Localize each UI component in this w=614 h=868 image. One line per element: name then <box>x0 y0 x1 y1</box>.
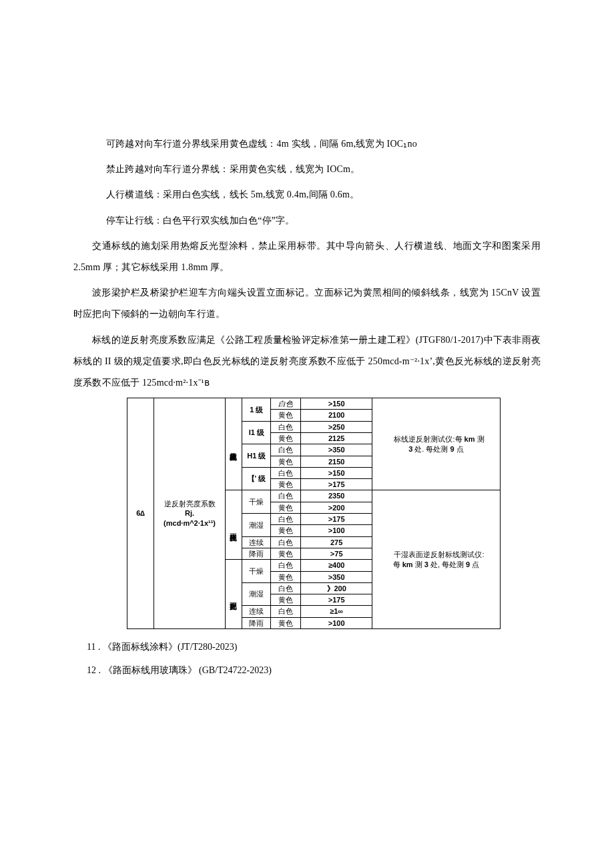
g2-v2: >200 <box>301 502 372 513</box>
g1-l1-v1: >150 <box>301 398 372 410</box>
g2-c4: 黄色 <box>271 525 301 536</box>
g3-c1: 白色 <box>271 560 301 571</box>
group1-title: 南反标及非夜光线 <box>225 398 242 490</box>
g3-v6: >100 <box>301 617 372 628</box>
g2-v1: 2350 <box>301 490 372 502</box>
row-index: 6∆ <box>127 398 154 629</box>
paragraph-7: 标线的逆反射亮度系数应满足《公路工程质量检验评定标准第一册土建工程》(JTGF8… <box>73 330 541 394</box>
g3-v3: 》200 <box>301 582 372 594</box>
g2-cond2: 潮湿 <box>242 514 271 537</box>
g1-l3-c2: 黄色 <box>271 456 301 467</box>
g2-c2: 黄色 <box>271 502 301 513</box>
level-2: I1 级 <box>242 421 271 444</box>
g2-cond1: 干燥 <box>242 490 271 514</box>
g2-v5: 275 <box>301 536 372 548</box>
g1-l3-v2: 2150 <box>301 456 372 467</box>
param-line2: Rj. <box>156 508 222 518</box>
g3-cond4: 降雨 <box>242 617 271 628</box>
g1-l2-v1: >250 <box>301 421 372 432</box>
g2-cond3: 连续 <box>242 536 271 548</box>
param-cell: 逆反射亮度系数 Rj. (mcd·m^2·1x¹¹) <box>154 398 225 629</box>
document-page: 可跨越对向车行道分界线采用黄色虚线：4m 实线，间隔 6m,线宽为 IOC₁no… <box>0 0 614 868</box>
g2-v4: >100 <box>301 525 372 536</box>
level-1: 1 级 <box>242 398 271 422</box>
g3-c6: 黄色 <box>271 617 301 628</box>
g1-l1-v2: 2100 <box>301 410 372 421</box>
g2-cond4: 降雨 <box>242 548 271 559</box>
note1: 标线逆反射测试仪:每 km 测3 处. 每处测 9 点 <box>372 398 500 490</box>
level-4: 【' 级 <box>242 467 271 490</box>
level-3: H1 级 <box>242 444 271 468</box>
g3-c5: 白色 <box>271 606 301 617</box>
g2-v3: >175 <box>301 514 372 525</box>
g3-v1: ≥400 <box>301 560 372 571</box>
g3-c4: 黄色 <box>271 594 301 606</box>
paragraph-4: 停车让行线：白色平行双实线加白色“停”字。 <box>73 210 541 232</box>
g1-l4-v1: >150 <box>301 467 372 478</box>
paragraph-6: 波形梁护栏及桥梁护栏迎车方向端头设置立面标记。立面标记为黄黑相间的倾斜线条，线宽… <box>73 282 541 325</box>
reference-11: 11 . 《路面标线涂料》(JT/T280-2023) <box>87 637 541 658</box>
g3-cond2: 潮湿 <box>242 582 271 606</box>
g1-l2-v2: 2125 <box>301 432 372 444</box>
g1-l1-c2: 黄色 <box>271 410 301 421</box>
g3-cond3: 连续 <box>242 606 271 617</box>
group3-title: 面光记立反标 <box>225 560 242 629</box>
g1-l4-v2: >175 <box>301 479 372 490</box>
paragraph-2: 禁止跨越对向车行道分界线：采用黄色实线，线宽为 IOCm。 <box>73 159 541 180</box>
paragraph-1: 可跨越对向车行道分界线采用黄色虚线：4m 实线，间隔 6m,线宽为 IOC₁no <box>73 133 541 155</box>
g2-c5: 白色 <box>271 536 301 548</box>
note2: 干湿表面逆反射标线测试仪:每 km 测 3 处, 每处测 9 点 <box>372 490 500 629</box>
spec-table: 6∆ 逆反射亮度系数 Rj. (mcd·m^2·1x¹¹) 南反标及非夜光线 1… <box>127 398 501 629</box>
paragraph-5: 交通标线的施划采用热熔反光型涂料，禁止采用标带。其中导向箭头、人行横道线、地面文… <box>73 236 541 278</box>
g1-l3-v1: >350 <box>301 444 372 456</box>
g3-v5: ≥1∞ <box>301 606 372 617</box>
g2-v6: >75 <box>301 548 372 559</box>
g3-c3: 白色 <box>271 582 301 594</box>
g1-l3-c1: 白色 <box>271 444 301 456</box>
g1-l4-c1: 白色 <box>271 467 301 478</box>
g1-l1-c1: 白色 <box>271 398 301 410</box>
g3-c2: 黄色 <box>271 571 301 582</box>
param-line1: 逆反射亮度系数 <box>156 499 222 508</box>
g3-v4: >175 <box>301 594 372 606</box>
g2-c6: 黄色 <box>271 548 301 559</box>
param-line3: (mcd·m^2·1x¹¹) <box>156 518 222 528</box>
g2-c1: 白色 <box>271 490 301 502</box>
reference-12: 12 . 《路面标线用玻璃珠》 (GB/T24722-2023) <box>87 661 541 681</box>
paragraph-3: 人行横道线：采用白色实线，线长 5m,线宽 0.4m,间隔 0.6m。 <box>73 184 541 205</box>
g3-cond1: 干燥 <box>242 560 271 583</box>
g1-l2-c2: 黄色 <box>271 432 301 444</box>
g1-l2-c1: 白色 <box>271 421 301 432</box>
group2-title: 夜光线雨反标 <box>225 490 242 560</box>
g1-l4-c2: 黄色 <box>271 479 301 490</box>
g3-v2: >350 <box>301 571 372 582</box>
g2-c3: 白色 <box>271 514 301 525</box>
